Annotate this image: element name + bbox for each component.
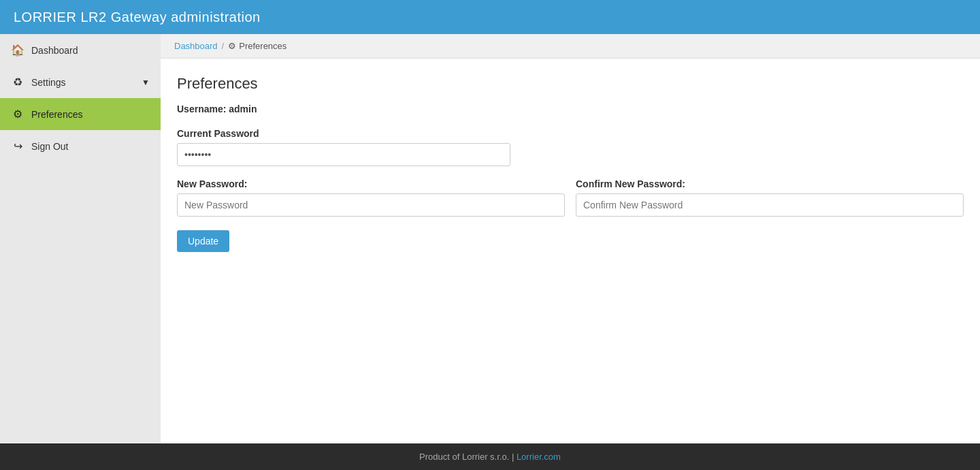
confirm-password-input[interactable]	[576, 193, 964, 217]
home-icon: 🏠	[11, 44, 24, 57]
current-password-input[interactable]	[177, 143, 510, 166]
body-wrapper: 🏠 Dashboard ♻ Settings ▼ ⚙ Preferences ↪…	[0, 34, 980, 443]
breadcrumb: Dashboard / ⚙ Preferences	[161, 34, 980, 59]
footer-text: Product of Lorrier s.r.o. |	[419, 452, 517, 462]
breadcrumb-dashboard-link[interactable]: Dashboard	[174, 41, 218, 51]
footer-link[interactable]: Lorrier.com	[517, 452, 561, 462]
sidebar-item-settings-label: Settings	[31, 77, 66, 88]
sidebar-item-preferences-label: Preferences	[31, 109, 82, 120]
signout-icon: ↪	[11, 140, 24, 153]
sidebar-item-settings[interactable]: ♻ Settings ▼	[0, 66, 161, 98]
current-password-section: Current Password	[177, 128, 964, 166]
username-display: Username: admin	[177, 104, 964, 114]
new-password-group: New Password:	[177, 178, 565, 217]
current-password-label: Current Password	[177, 128, 964, 139]
footer: Product of Lorrier s.r.o. | Lorrier.com	[0, 443, 980, 470]
breadcrumb-separator: /	[222, 41, 225, 51]
sidebar-item-dashboard[interactable]: 🏠 Dashboard	[0, 34, 161, 66]
confirm-password-label: Confirm New Password:	[576, 178, 964, 189]
chevron-down-icon: ▼	[142, 78, 150, 87]
password-row: New Password: Confirm New Password:	[177, 178, 964, 217]
app-title: LORRIER LR2 Gateway administration	[14, 10, 261, 25]
update-button[interactable]: Update	[177, 230, 229, 252]
sidebar-item-preferences[interactable]: ⚙ Preferences	[0, 98, 161, 130]
page-content: Preferences Username: admin Current Pass…	[161, 59, 980, 443]
breadcrumb-current: ⚙ Preferences	[228, 41, 287, 51]
page-title: Preferences	[177, 75, 964, 93]
sidebar-item-dashboard-label: Dashboard	[31, 45, 78, 56]
sidebar-item-signout-label: Sign Out	[31, 141, 68, 152]
confirm-password-group: Confirm New Password:	[576, 178, 964, 217]
new-password-label: New Password:	[177, 178, 565, 189]
breadcrumb-gear-icon: ⚙	[228, 41, 236, 51]
main-content: Dashboard / ⚙ Preferences Preferences Us…	[161, 34, 980, 443]
app-header: LORRIER LR2 Gateway administration	[0, 0, 980, 34]
new-password-input[interactable]	[177, 193, 565, 217]
settings-icon: ♻	[11, 76, 24, 89]
sidebar-item-signout[interactable]: ↪ Sign Out	[0, 130, 161, 162]
sidebar: 🏠 Dashboard ♻ Settings ▼ ⚙ Preferences ↪…	[0, 34, 161, 443]
preferences-icon: ⚙	[11, 108, 24, 121]
breadcrumb-current-label: Preferences	[239, 41, 287, 51]
